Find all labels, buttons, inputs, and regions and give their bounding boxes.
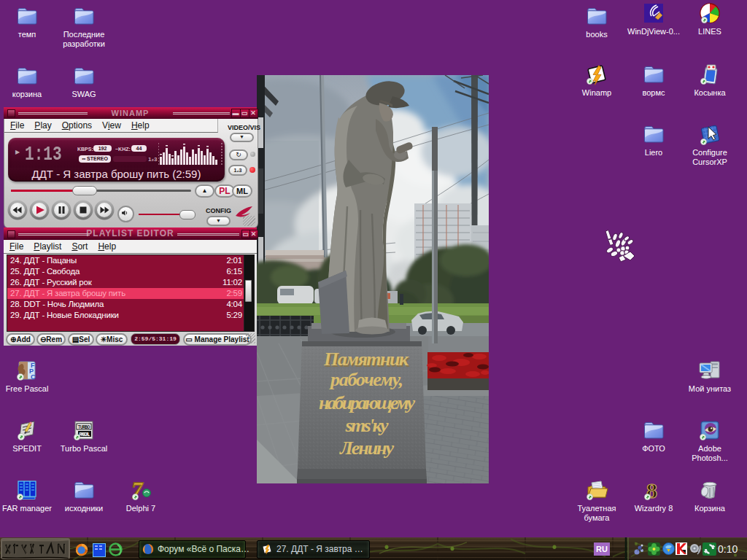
svg-text:набирающему: набирающему [319, 392, 415, 413]
svg-text:рабочему,: рабочему, [329, 369, 403, 390]
svg-text:Ленину: Ленину [339, 438, 394, 459]
svg-text:C: C [31, 373, 36, 381]
svg-text:sms'ку: sms'ку [345, 415, 389, 436]
svg-text:PASCAL: PASCAL [80, 432, 90, 438]
svg-text:Памятник: Памятник [323, 349, 409, 370]
svg-text:TURBO: TURBO [78, 425, 90, 430]
